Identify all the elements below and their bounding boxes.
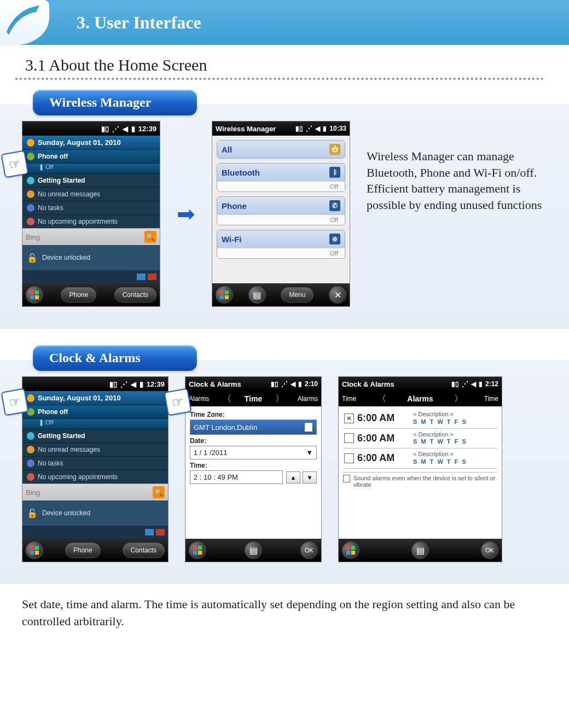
ok-button[interactable]: OK bbox=[300, 541, 318, 559]
antenna-icon: ⋰ bbox=[462, 380, 468, 388]
alarm-checkbox[interactable]: ✕ bbox=[344, 413, 354, 423]
wireless-manager-screenshot: Wireless Manager ▮▯ ⋰ ◀ ▮ 10:33 All ⏻ bbox=[212, 121, 350, 307]
svg-rect-2 bbox=[30, 295, 34, 299]
svg-rect-4 bbox=[220, 290, 224, 294]
home-date-row[interactable]: Sunday, August 01, 2010 bbox=[22, 136, 160, 149]
search-icon[interactable]: 🔍 bbox=[153, 486, 165, 498]
home-row-messages[interactable]: No unread messages bbox=[22, 442, 168, 456]
home-row-tasks[interactable]: No tasks bbox=[22, 201, 160, 214]
chevron-left-icon[interactable]: 〈 bbox=[374, 393, 390, 405]
wm-item-all[interactable]: All ⏻ bbox=[217, 140, 345, 159]
time-field[interactable]: 2 : 10 : 49 PM bbox=[190, 470, 283, 484]
home-date-row[interactable]: Sunday, August 01, 2010 bbox=[22, 391, 168, 405]
softkey-menu[interactable]: Menu bbox=[281, 287, 313, 302]
home-row-getting-started[interactable]: Getting Started bbox=[22, 429, 168, 442]
tab-time-left[interactable]: Time bbox=[342, 395, 356, 403]
status-clock: 12:39 bbox=[147, 380, 165, 388]
start-button[interactable] bbox=[342, 541, 359, 559]
chevron-right-icon[interactable]: 〉 bbox=[272, 393, 287, 405]
alarm-checkbox[interactable] bbox=[344, 433, 354, 443]
home-search-row[interactable]: Bing 🔍 bbox=[22, 228, 160, 245]
keyboard-button[interactable]: ▤ bbox=[248, 286, 266, 304]
search-icon[interactable]: 🔍 bbox=[144, 231, 156, 243]
title-text: Wireless Manager bbox=[216, 125, 276, 133]
alarm-desc: < Description > bbox=[413, 411, 467, 418]
softkey-contacts[interactable]: Contacts bbox=[123, 543, 165, 558]
wm-item-phone[interactable]: Phone ✆ Off bbox=[217, 196, 345, 225]
svg-rect-8 bbox=[30, 546, 34, 550]
wm-item-bluetooth[interactable]: Bluetooth ᛒ Off bbox=[217, 163, 345, 192]
soft-key-bar: ▤ OK bbox=[339, 539, 502, 562]
windows-icon bbox=[346, 545, 356, 555]
tasks-icon bbox=[27, 459, 34, 467]
home-row-calendar[interactable]: No upcoming appointments bbox=[22, 470, 168, 484]
clock-alarms-screenshot: Clock & Alarms ▮▯ ⋰ ◀ ▮ 2:12 Time 〈 Alar… bbox=[338, 376, 502, 562]
row-text: Getting Started bbox=[38, 432, 85, 440]
wifi-icon: ⊚ bbox=[329, 234, 340, 244]
alarm-time: 6:00 AM bbox=[357, 412, 410, 424]
battery-icon: ▮ bbox=[323, 125, 327, 132]
alarm-option-row[interactable]: Sound alarms even when the device is set… bbox=[343, 472, 497, 488]
softkey-phone[interactable]: Phone bbox=[65, 543, 101, 558]
row-text: No unread messages bbox=[38, 446, 100, 453]
calendar-icon bbox=[27, 218, 34, 225]
title-bar: Wireless Manager ▮▯ ⋰ ◀ ▮ 10:33 bbox=[212, 121, 350, 136]
bluetooth-icon: ᛒ bbox=[329, 167, 340, 178]
ok-button[interactable]: OK bbox=[481, 541, 498, 559]
tray-icon bbox=[145, 529, 154, 535]
close-button[interactable]: ✕ bbox=[329, 286, 346, 304]
start-button[interactable] bbox=[26, 286, 43, 304]
tab-alarms-left[interactable]: Alarms bbox=[189, 395, 209, 403]
timezone-select[interactable]: GMT London,Dublin bbox=[190, 420, 317, 435]
svg-rect-13 bbox=[198, 546, 202, 550]
volume-icon: ◀ bbox=[131, 380, 136, 388]
tab-alarms-right[interactable]: Alarms bbox=[298, 395, 318, 403]
home-unlock-row[interactable]: 🔓 Device unlocked bbox=[22, 245, 160, 270]
home-search-row[interactable]: Bing 🔍 bbox=[22, 484, 168, 500]
softkey-contacts[interactable]: Contacts bbox=[114, 287, 156, 302]
start-button[interactable] bbox=[189, 541, 206, 559]
alarm-days: S M T W T F S bbox=[413, 418, 467, 426]
home-phone-row[interactable]: Phone off bbox=[22, 149, 160, 163]
option-checkbox[interactable] bbox=[343, 475, 350, 482]
home-row-tasks[interactable]: No tasks bbox=[22, 456, 168, 470]
wm-bt-state: Off bbox=[217, 181, 345, 191]
chevron-right-icon[interactable]: 〉 bbox=[451, 393, 466, 405]
home-unlock-row[interactable]: 🔓 Device unlocked bbox=[22, 500, 168, 526]
wm-item-wifi[interactable]: Wi-Fi ⊚ Off bbox=[217, 230, 345, 259]
svg-rect-18 bbox=[346, 551, 350, 555]
softkey-phone[interactable]: Phone bbox=[61, 287, 96, 302]
start-button[interactable] bbox=[26, 541, 43, 559]
windows-icon bbox=[193, 545, 202, 555]
home-screenshot: ☞ ▮▯ ⋰ ◀ ▮ 12:39 Sunday, August 01, 2010… bbox=[22, 376, 169, 562]
tab-alarms[interactable]: Alarms bbox=[407, 394, 433, 403]
date-field[interactable]: 1 / 1 /2011 ▼ bbox=[190, 446, 317, 459]
chevron-left-icon[interactable]: 〈 bbox=[219, 393, 235, 405]
home-row-calendar[interactable]: No upcoming appointments bbox=[22, 214, 160, 228]
spin-down-button[interactable]: ▼ bbox=[303, 471, 317, 484]
dropdown-handle-icon[interactable] bbox=[304, 422, 313, 432]
alarm-desc: < Description > bbox=[413, 451, 467, 458]
spin-up-button[interactable]: ▲ bbox=[286, 471, 300, 484]
home-row-getting-started[interactable]: Getting Started bbox=[22, 173, 160, 187]
date-label: Date: bbox=[190, 437, 317, 445]
alarm-checkbox[interactable] bbox=[344, 453, 354, 463]
tab-bar: Time 〈 Alarms 〉 Time bbox=[339, 391, 502, 406]
timezone-label: Time Zone: bbox=[190, 411, 317, 418]
tab-time-right[interactable]: Time bbox=[484, 395, 498, 403]
arrow-right-icon: ➡ bbox=[177, 201, 195, 227]
alarm-row[interactable]: 6:00 AM < Description > S M T W T F S bbox=[343, 429, 497, 449]
alarm-days: S M T W T F S bbox=[413, 438, 467, 446]
start-button[interactable] bbox=[216, 286, 233, 304]
chevron-down-icon[interactable]: ▼ bbox=[306, 449, 313, 457]
home-row-messages[interactable]: No unread messages bbox=[22, 187, 160, 201]
wm-wifi-label: Wi-Fi bbox=[222, 235, 242, 244]
home-phone-row[interactable]: Phone off bbox=[22, 405, 168, 418]
flag-icon bbox=[27, 177, 34, 184]
alarm-row[interactable]: ✕ 6:00 AM < Description > S M T W T F S bbox=[343, 409, 497, 429]
alarm-row[interactable]: 6:00 AM < Description > S M T W T F S bbox=[343, 449, 497, 469]
tab-time[interactable]: Time bbox=[245, 394, 262, 403]
keyboard-button[interactable]: ▤ bbox=[411, 541, 429, 559]
keyboard-button[interactable]: ▤ bbox=[245, 541, 262, 559]
phone-icon: ✆ bbox=[329, 200, 340, 211]
